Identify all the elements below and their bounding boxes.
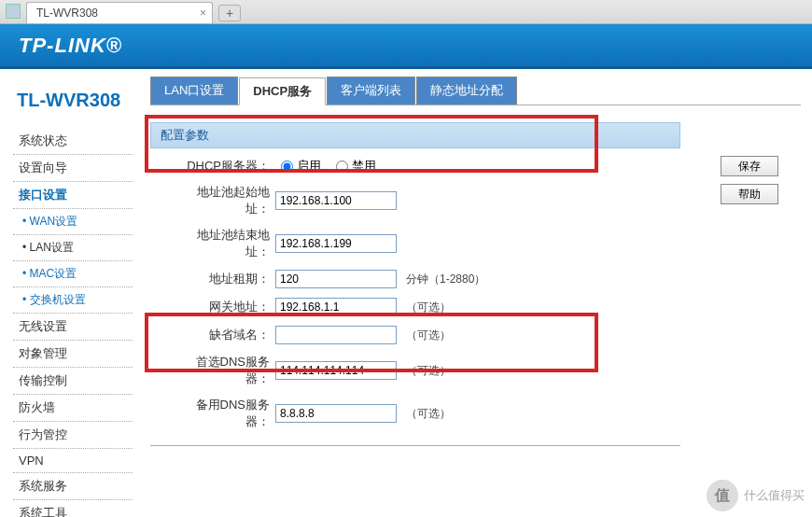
label-domain: 缺省域名： <box>176 327 275 343</box>
radio-enable[interactable]: 启用 <box>281 158 321 175</box>
new-tab-button[interactable]: + <box>218 5 241 21</box>
label-lease: 地址租期： <box>176 271 275 287</box>
save-button[interactable]: 保存 <box>721 156 778 176</box>
radio-enable-input[interactable] <box>281 161 293 173</box>
row-pool-start: 地址池起始地址： <box>150 184 801 217</box>
label-pool-end: 地址池结束地址： <box>176 227 275 260</box>
sidebar-item[interactable]: 系统状态 <box>13 128 133 155</box>
tab-bar: LAN口设置DHCP服务客户端列表静态地址分配 <box>150 77 801 105</box>
sidebar-item[interactable]: VPN <box>13 449 133 473</box>
row-pool-end: 地址池结束地址： <box>150 227 801 260</box>
sidebar-item[interactable]: 系统工具 <box>13 500 133 517</box>
input-dns2[interactable] <box>275 404 397 423</box>
radio-disable-input[interactable] <box>336 161 348 173</box>
row-domain: 缺省域名： （可选） <box>150 326 801 344</box>
sidebar-item[interactable]: • LAN设置 <box>13 235 133 261</box>
input-dns1[interactable] <box>275 361 397 380</box>
label-dns1: 首选DNS服务器： <box>176 354 275 387</box>
tab-close-icon[interactable]: × <box>200 7 206 20</box>
radio-disable[interactable]: 禁用 <box>336 158 376 175</box>
sidebar: TL-WVR308 系统状态设置向导接口设置• WAN设置• LAN设置• MA… <box>0 69 145 514</box>
hint-dns2: （可选） <box>406 406 451 422</box>
hint-domain: （可选） <box>406 328 451 343</box>
banner: TP-LINK® <box>0 24 812 69</box>
row-dhcp: DHCP服务器： 启用 禁用 <box>150 158 801 175</box>
browser-chrome: TL-WVR308 × + <box>0 0 812 24</box>
hint-gateway: （可选） <box>406 300 451 315</box>
sidebar-item[interactable]: 接口设置 <box>13 182 133 209</box>
input-lease[interactable] <box>275 270 397 288</box>
sidebar-item[interactable]: 系统服务 <box>13 473 133 500</box>
hint-lease: 分钟（1-2880） <box>406 272 485 287</box>
divider <box>150 445 680 446</box>
model-name: TL-WVR308 <box>13 90 145 111</box>
sidebar-item[interactable]: 无线设置 <box>13 314 133 341</box>
input-pool-end[interactable] <box>275 234 397 253</box>
row-gateway: 网关地址： （可选） <box>150 298 801 316</box>
form-area: 配置参数 DHCP服务器： 启用 禁用 地址池起始地址： 地址池结束地址： 地址… <box>150 122 801 446</box>
tab[interactable]: DHCP服务 <box>239 77 326 105</box>
row-dns2: 备用DNS服务器： （可选） <box>150 397 801 430</box>
logo: TP-LINK® <box>19 34 122 58</box>
sidebar-item[interactable]: 对象管理 <box>13 341 133 368</box>
window-icon <box>6 4 21 19</box>
sidebar-item[interactable]: • WAN设置 <box>13 209 133 235</box>
sidebar-item[interactable]: 防火墙 <box>13 395 133 422</box>
sidebar-item[interactable]: 行为管控 <box>13 422 133 449</box>
tab[interactable]: 客户端列表 <box>327 77 415 105</box>
input-gateway[interactable] <box>275 298 397 316</box>
row-dns1: 首选DNS服务器： （可选） <box>150 354 801 387</box>
sidebar-item[interactable]: 设置向导 <box>13 155 133 182</box>
label-dns2: 备用DNS服务器： <box>176 397 275 430</box>
input-domain[interactable] <box>275 326 397 344</box>
row-lease: 地址租期： 分钟（1-2880） <box>150 270 801 288</box>
tab-title: TL-WVR308 <box>36 7 98 20</box>
tab[interactable]: 静态地址分配 <box>416 77 517 105</box>
browser-tab[interactable]: TL-WVR308 × <box>26 2 213 23</box>
content: LAN口设置DHCP服务客户端列表静态地址分配 配置参数 DHCP服务器： 启用… <box>145 69 812 514</box>
sidebar-item[interactable]: 传输控制 <box>13 368 133 395</box>
label-gateway: 网关地址： <box>176 299 275 315</box>
tab[interactable]: LAN口设置 <box>150 77 238 105</box>
sidebar-item[interactable]: • 交换机设置 <box>13 287 133 314</box>
nav-list: 系统状态设置向导接口设置• WAN设置• LAN设置• MAC设置• 交换机设置… <box>13 128 133 517</box>
hint-dns1: （可选） <box>406 363 451 379</box>
label-dhcp: DHCP服务器： <box>176 158 275 175</box>
watermark-text: 什么值得买 <box>744 487 805 504</box>
plus-icon: + <box>226 6 233 21</box>
watermark-badge: 值 <box>707 480 738 511</box>
help-button[interactable]: 帮助 <box>721 184 778 204</box>
section-header: 配置参数 <box>150 122 680 148</box>
input-pool-start[interactable] <box>275 191 397 210</box>
sidebar-item[interactable]: • MAC设置 <box>13 261 133 287</box>
action-buttons: 保存 帮助 <box>721 156 778 204</box>
label-pool-start: 地址池起始地址： <box>176 184 275 217</box>
watermark: 值 什么值得买 <box>707 480 805 511</box>
